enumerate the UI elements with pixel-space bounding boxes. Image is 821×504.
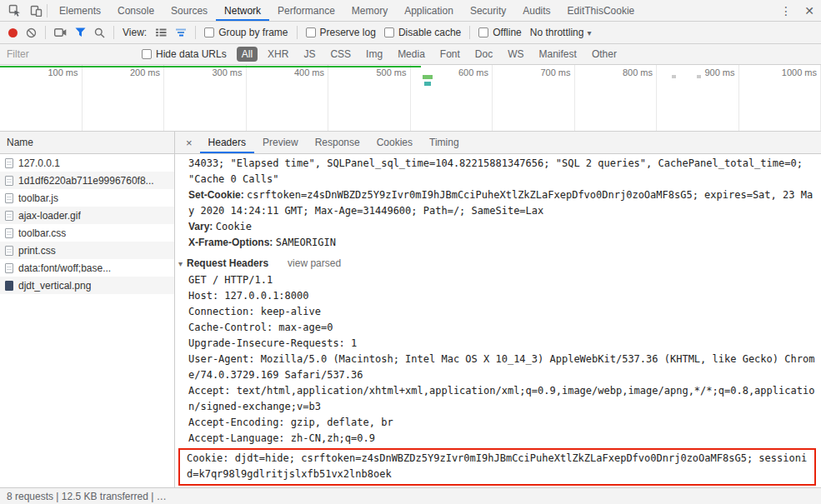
- panel-tab[interactable]: Elements: [51, 0, 109, 21]
- file-icon: [5, 193, 13, 203]
- request-details-panel: × HeadersPreviewResponseCookiesTiming 34…: [175, 132, 821, 487]
- screenshot-camera-icon[interactable]: [54, 27, 67, 37]
- throttling-select[interactable]: No throttling ▾: [530, 27, 592, 38]
- request-row[interactable]: ajax-loader.gif: [0, 207, 174, 224]
- detail-tab[interactable]: Headers: [200, 132, 254, 153]
- detail-tabs: HeadersPreviewResponseCookiesTiming: [200, 132, 468, 153]
- resource-type-filter[interactable]: CSS: [325, 47, 356, 62]
- request-row[interactable]: toolbar.js: [0, 189, 174, 207]
- devtools-window: ElementsConsoleSourcesNetworkPerformance…: [0, 0, 821, 504]
- hide-data-urls-toggle[interactable]: Hide data URLs: [142, 48, 227, 60]
- request-row[interactable]: data:font/woff;base...: [0, 259, 174, 277]
- divider: [113, 26, 114, 39]
- resource-type-filter[interactable]: WS: [503, 47, 528, 62]
- disable-cache-label: Disable cache: [398, 27, 461, 38]
- panel-tab[interactable]: Sources: [163, 0, 216, 21]
- offline-checkbox[interactable]: [478, 27, 488, 37]
- close-devtools-icon[interactable]: ✕: [798, 0, 821, 21]
- request-headers-section: ▾ Request Headers view parsed: [178, 257, 818, 269]
- tabbar-spacer: [643, 0, 774, 21]
- request-row[interactable]: 1d1df6220ab711e9996760f8...: [0, 172, 174, 189]
- overview-request-bar: [423, 75, 433, 79]
- request-list: 127.0.0.1 1d1df6220ab711e9996760f8... to…: [0, 154, 174, 487]
- response-header: X-Frame-Options: SAMEORIGIN: [188, 235, 818, 251]
- file-icon: [5, 281, 13, 291]
- resource-type-filter[interactable]: JS: [298, 47, 320, 62]
- request-header-line: GET / HTTP/1.1: [188, 272, 818, 288]
- record-button[interactable]: [8, 28, 18, 37]
- panel-tab[interactable]: Audits: [514, 0, 558, 21]
- disable-cache-checkbox[interactable]: [384, 27, 394, 37]
- group-by-frame-toggle[interactable]: Group by frame: [204, 27, 288, 38]
- panel-tab[interactable]: Network: [216, 0, 269, 21]
- file-icon: [5, 246, 13, 256]
- resource-type-filter[interactable]: Other: [587, 47, 622, 62]
- resource-type-filter[interactable]: Img: [361, 47, 388, 62]
- detail-tab[interactable]: Preview: [254, 132, 307, 153]
- timeline-tick-label: 100 ms: [0, 65, 83, 131]
- network-filter-bar: Hide data URLs AllXHRJSCSSImgMediaFontDo…: [0, 44, 821, 65]
- detail-tab[interactable]: Response: [307, 132, 368, 153]
- resource-type-filter[interactable]: XHR: [263, 47, 293, 62]
- disclosure-triangle-icon[interactable]: ▾: [178, 259, 183, 268]
- divider: [469, 26, 470, 39]
- detail-tab[interactable]: Timing: [421, 132, 468, 153]
- timeline-tick-label: 300 ms: [164, 65, 247, 131]
- panel-tab[interactable]: Memory: [343, 0, 396, 21]
- list-view-icon[interactable]: [155, 27, 167, 37]
- divider: [195, 26, 196, 39]
- group-by-frame-label: Group by frame: [218, 27, 288, 38]
- view-parsed-link[interactable]: view parsed: [288, 257, 341, 269]
- panel-tab[interactable]: Security: [462, 0, 514, 21]
- request-row[interactable]: print.css: [0, 242, 174, 259]
- request-row[interactable]: 127.0.0.1: [0, 154, 174, 172]
- device-toolbar-icon[interactable]: [25, 0, 47, 21]
- close-details-icon[interactable]: ×: [178, 132, 200, 153]
- timeline-tick-label: 400 ms: [247, 65, 329, 131]
- name-column-label: Name: [7, 137, 33, 148]
- request-header-line: Accept-Encoding: gzip, deflate, br: [188, 415, 818, 431]
- header-name: Vary:: [188, 221, 213, 232]
- devtools-tabbar: ElementsConsoleSourcesNetworkPerformance…: [0, 0, 821, 22]
- network-main-area: Name 127.0.0.1 1d1df6220ab711e9996760f8.…: [0, 132, 821, 487]
- name-column-header[interactable]: Name: [0, 132, 174, 154]
- disable-cache-toggle[interactable]: Disable cache: [384, 27, 461, 38]
- group-by-frame-checkbox[interactable]: [204, 27, 214, 37]
- header-name: Set-Cookie:: [188, 189, 244, 201]
- filter-input[interactable]: [7, 48, 132, 60]
- panel-tab[interactable]: EditThisCookie: [559, 0, 643, 21]
- request-header-line: Accept: text/html,application/xhtml+xml,…: [188, 383, 818, 415]
- file-icon: [5, 263, 13, 273]
- resource-type-filter[interactable]: Media: [393, 47, 430, 62]
- request-name: 127.0.0.1: [18, 157, 60, 169]
- panel-tab[interactable]: Performance: [269, 0, 343, 21]
- request-header-line: Connection: keep-alive: [188, 304, 818, 320]
- resource-type-filter[interactable]: Font: [435, 47, 465, 62]
- summary-text: 8 requests | 12.5 KB transferred | …: [7, 491, 167, 502]
- clear-icon[interactable]: [26, 27, 37, 38]
- more-options-icon[interactable]: ⋮: [774, 0, 798, 21]
- preserve-log-checkbox[interactable]: [306, 27, 316, 37]
- inspect-cursor-icon[interactable]: [3, 0, 25, 21]
- resource-type-filter[interactable]: Doc: [470, 47, 498, 62]
- filter-funnel-icon[interactable]: [75, 27, 86, 37]
- resource-type-filter[interactable]: All: [237, 47, 258, 62]
- request-name: data:font/woff;base...: [18, 262, 111, 274]
- hide-data-urls-checkbox[interactable]: [142, 49, 152, 59]
- overview-view-icon[interactable]: [175, 27, 187, 37]
- offline-toggle[interactable]: Offline: [478, 27, 521, 38]
- panel-tab[interactable]: Console: [109, 0, 163, 21]
- request-row[interactable]: djdt_vertical.png: [0, 277, 174, 294]
- detail-tab[interactable]: Cookies: [368, 132, 421, 153]
- panel-tab[interactable]: Application: [396, 0, 462, 21]
- raw-request-headers: GET / HTTP/1.1Host: 127.0.0.1:8000Connec…: [188, 272, 818, 447]
- resource-type-filter[interactable]: Manifest: [534, 47, 582, 62]
- resource-type-filters: AllXHRJSCSSImgMediaFontDocWSManifestOthe…: [237, 47, 622, 62]
- overview-load-line: [0, 66, 421, 67]
- request-name: toolbar.css: [18, 227, 66, 239]
- offline-label: Offline: [493, 27, 521, 38]
- preserve-log-toggle[interactable]: Preserve log: [306, 27, 376, 38]
- search-icon[interactable]: [94, 27, 105, 38]
- network-overview[interactable]: 100 ms200 ms300 ms400 ms500 ms600 ms700 …: [0, 65, 821, 132]
- request-row[interactable]: toolbar.css: [0, 224, 174, 242]
